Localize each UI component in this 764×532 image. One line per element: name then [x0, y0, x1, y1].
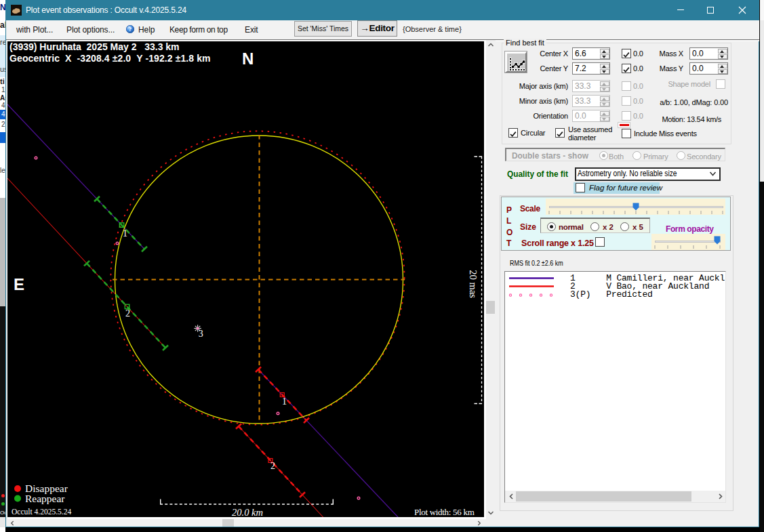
svg-text:20 mas: 20 mas — [468, 270, 479, 298]
svg-text:(3939) Huruhata 2025 May 2: (3939) Huruhata 2025 May 2 33.3 km — [9, 41, 180, 52]
svg-text:N: N — [242, 49, 254, 68]
svg-text:?: ? — [129, 26, 132, 33]
svg-text:2: 2 — [125, 308, 130, 319]
svg-text:Plot width: 56 km: Plot width: 56 km — [414, 507, 475, 517]
svg-text:E: E — [14, 275, 24, 293]
svg-text:3: 3 — [199, 329, 203, 339]
svg-text:1: 1 — [123, 228, 127, 239]
svg-text:Occult 4.2025.5.24: Occult 4.2025.5.24 — [12, 508, 71, 516]
svg-text:Reappear: Reappear — [25, 493, 65, 504]
svg-text:2: 2 — [270, 461, 275, 471]
svg-text:1: 1 — [282, 396, 287, 407]
svg-text:20.0 km: 20.0 km — [232, 507, 263, 517]
svg-text:Geocentric X -3208.4 ±2.0 Y: Geocentric X -3208.4 ±2.0 Y -192.2 ±1.8 … — [9, 53, 211, 64]
